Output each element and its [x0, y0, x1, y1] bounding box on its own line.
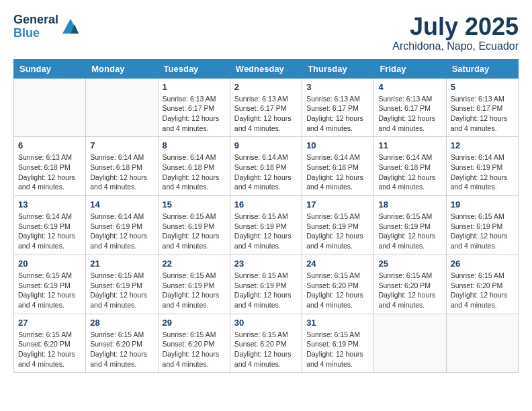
- day-info: Sunrise: 6:15 AM Sunset: 6:19 PM Dayligh…: [163, 212, 226, 251]
- calendar-cell: [14, 78, 86, 137]
- day-number: 4: [378, 82, 441, 92]
- calendar-cell: 10Sunrise: 6:14 AM Sunset: 6:18 PM Dayli…: [302, 137, 374, 196]
- calendar-cell: 27Sunrise: 6:15 AM Sunset: 6:20 PM Dayli…: [14, 314, 86, 373]
- calendar-cell: 4Sunrise: 6:13 AM Sunset: 6:17 PM Daylig…: [374, 78, 446, 137]
- day-number: 1: [163, 82, 226, 92]
- calendar-cell: 16Sunrise: 6:15 AM Sunset: 6:19 PM Dayli…: [230, 196, 302, 255]
- day-info: Sunrise: 6:15 AM Sunset: 6:19 PM Dayligh…: [234, 271, 298, 310]
- day-number: 11: [378, 140, 441, 150]
- calendar-cell: 19Sunrise: 6:15 AM Sunset: 6:19 PM Dayli…: [446, 196, 518, 255]
- day-info: Sunrise: 6:15 AM Sunset: 6:19 PM Dayligh…: [378, 212, 441, 251]
- weekday-header: Saturday: [446, 59, 518, 78]
- day-info: Sunrise: 6:13 AM Sunset: 6:17 PM Dayligh…: [163, 94, 226, 134]
- day-number: 14: [90, 199, 153, 210]
- day-number: 21: [90, 259, 153, 269]
- day-number: 7: [90, 140, 153, 150]
- day-info: Sunrise: 6:15 AM Sunset: 6:19 PM Dayligh…: [306, 212, 369, 251]
- day-number: 8: [163, 140, 226, 150]
- weekday-header: Tuesday: [158, 59, 230, 78]
- day-info: Sunrise: 6:15 AM Sunset: 6:20 PM Dayligh…: [18, 330, 81, 369]
- calendar-cell: 30Sunrise: 6:15 AM Sunset: 6:20 PM Dayli…: [230, 314, 302, 373]
- calendar-week-row: 20Sunrise: 6:15 AM Sunset: 6:19 PM Dayli…: [14, 255, 519, 314]
- day-info: Sunrise: 6:15 AM Sunset: 6:19 PM Dayligh…: [451, 212, 514, 251]
- day-info: Sunrise: 6:13 AM Sunset: 6:17 PM Dayligh…: [234, 94, 298, 134]
- calendar-cell: 20Sunrise: 6:15 AM Sunset: 6:19 PM Dayli…: [14, 255, 86, 314]
- calendar-cell: 18Sunrise: 6:15 AM Sunset: 6:19 PM Dayli…: [374, 196, 446, 255]
- day-number: 13: [18, 199, 81, 210]
- day-info: Sunrise: 6:13 AM Sunset: 6:17 PM Dayligh…: [306, 94, 369, 134]
- day-info: Sunrise: 6:15 AM Sunset: 6:19 PM Dayligh…: [90, 271, 153, 310]
- title-block: July 2025 Archidona, Napo, Ecuador: [392, 13, 519, 52]
- calendar-cell: 1Sunrise: 6:13 AM Sunset: 6:17 PM Daylig…: [158, 78, 230, 137]
- day-number: 19: [451, 199, 514, 210]
- day-info: Sunrise: 6:15 AM Sunset: 6:19 PM Dayligh…: [163, 271, 226, 310]
- calendar-cell: 2Sunrise: 6:13 AM Sunset: 6:17 PM Daylig…: [230, 78, 302, 137]
- logo-general-text: General: [13, 13, 58, 27]
- day-number: 30: [234, 318, 298, 328]
- day-info: Sunrise: 6:15 AM Sunset: 6:20 PM Dayligh…: [451, 271, 514, 310]
- weekday-header: Thursday: [302, 59, 374, 78]
- calendar-week-row: 6Sunrise: 6:13 AM Sunset: 6:18 PM Daylig…: [14, 137, 519, 196]
- logo: General Blue: [13, 13, 80, 40]
- weekday-header: Wednesday: [230, 59, 302, 78]
- calendar-week-row: 1Sunrise: 6:13 AM Sunset: 6:17 PM Daylig…: [14, 78, 519, 137]
- calendar-cell: 14Sunrise: 6:14 AM Sunset: 6:19 PM Dayli…: [86, 196, 158, 255]
- day-number: 18: [378, 199, 441, 210]
- page-header: General Blue July 2025 Archidona, Napo, …: [13, 13, 519, 52]
- calendar-cell: 25Sunrise: 6:15 AM Sunset: 6:20 PM Dayli…: [374, 255, 446, 314]
- day-info: Sunrise: 6:14 AM Sunset: 6:18 PM Dayligh…: [234, 152, 298, 192]
- day-number: 9: [234, 140, 298, 150]
- day-info: Sunrise: 6:15 AM Sunset: 6:20 PM Dayligh…: [306, 271, 369, 310]
- day-number: 15: [163, 199, 226, 210]
- calendar-week-row: 27Sunrise: 6:15 AM Sunset: 6:20 PM Dayli…: [14, 314, 519, 373]
- calendar-cell: 8Sunrise: 6:14 AM Sunset: 6:18 PM Daylig…: [158, 137, 230, 196]
- day-info: Sunrise: 6:15 AM Sunset: 6:19 PM Dayligh…: [234, 212, 298, 251]
- calendar-cell: 7Sunrise: 6:14 AM Sunset: 6:18 PM Daylig…: [86, 137, 158, 196]
- calendar-cell: 29Sunrise: 6:15 AM Sunset: 6:20 PM Dayli…: [158, 314, 230, 373]
- day-number: 31: [306, 318, 369, 328]
- day-info: Sunrise: 6:14 AM Sunset: 6:19 PM Dayligh…: [451, 152, 514, 192]
- day-number: 10: [306, 140, 369, 150]
- weekday-header: Friday: [374, 59, 446, 78]
- day-number: 2: [234, 82, 298, 92]
- weekday-row: SundayMondayTuesdayWednesdayThursdayFrid…: [14, 59, 519, 78]
- calendar-cell: 23Sunrise: 6:15 AM Sunset: 6:19 PM Dayli…: [230, 255, 302, 314]
- weekday-header: Sunday: [14, 59, 86, 78]
- day-number: 3: [306, 82, 369, 92]
- day-number: 12: [451, 140, 514, 150]
- calendar-cell: 6Sunrise: 6:13 AM Sunset: 6:18 PM Daylig…: [14, 137, 86, 196]
- day-info: Sunrise: 6:15 AM Sunset: 6:19 PM Dayligh…: [306, 330, 369, 369]
- calendar-table: SundayMondayTuesdayWednesdayThursdayFrid…: [13, 59, 519, 373]
- day-info: Sunrise: 6:15 AM Sunset: 6:20 PM Dayligh…: [90, 330, 153, 369]
- calendar-title: July 2025: [392, 13, 519, 40]
- calendar-cell: 28Sunrise: 6:15 AM Sunset: 6:20 PM Dayli…: [86, 314, 158, 373]
- calendar-cell: 24Sunrise: 6:15 AM Sunset: 6:20 PM Dayli…: [302, 255, 374, 314]
- day-number: 27: [18, 318, 81, 328]
- calendar-cell: 31Sunrise: 6:15 AM Sunset: 6:19 PM Dayli…: [302, 314, 374, 373]
- day-info: Sunrise: 6:14 AM Sunset: 6:18 PM Dayligh…: [90, 152, 153, 192]
- day-info: Sunrise: 6:14 AM Sunset: 6:18 PM Dayligh…: [378, 152, 441, 192]
- calendar-cell: 12Sunrise: 6:14 AM Sunset: 6:19 PM Dayli…: [446, 137, 518, 196]
- day-info: Sunrise: 6:15 AM Sunset: 6:20 PM Dayligh…: [234, 330, 298, 369]
- calendar-cell: [374, 314, 446, 373]
- calendar-cell: 15Sunrise: 6:15 AM Sunset: 6:19 PM Dayli…: [158, 196, 230, 255]
- day-info: Sunrise: 6:14 AM Sunset: 6:19 PM Dayligh…: [90, 212, 153, 251]
- day-info: Sunrise: 6:14 AM Sunset: 6:18 PM Dayligh…: [306, 152, 369, 192]
- calendar-cell: 5Sunrise: 6:13 AM Sunset: 6:17 PM Daylig…: [446, 78, 518, 137]
- calendar-cell: 11Sunrise: 6:14 AM Sunset: 6:18 PM Dayli…: [374, 137, 446, 196]
- day-number: 23: [234, 259, 298, 269]
- calendar-cell: [446, 314, 518, 373]
- calendar-cell: 17Sunrise: 6:15 AM Sunset: 6:19 PM Dayli…: [302, 196, 374, 255]
- day-number: 25: [378, 259, 441, 269]
- calendar-cell: 21Sunrise: 6:15 AM Sunset: 6:19 PM Dayli…: [86, 255, 158, 314]
- logo-icon: [61, 17, 80, 36]
- calendar-subtitle: Archidona, Napo, Ecuador: [392, 40, 519, 52]
- logo-blue-text: Blue: [13, 27, 58, 40]
- day-info: Sunrise: 6:14 AM Sunset: 6:19 PM Dayligh…: [18, 212, 81, 251]
- day-number: 17: [306, 199, 369, 210]
- day-info: Sunrise: 6:15 AM Sunset: 6:20 PM Dayligh…: [378, 271, 441, 310]
- day-number: 29: [163, 318, 226, 328]
- day-number: 6: [18, 140, 81, 150]
- calendar-header: SundayMondayTuesdayWednesdayThursdayFrid…: [14, 59, 519, 78]
- day-info: Sunrise: 6:15 AM Sunset: 6:19 PM Dayligh…: [18, 271, 81, 310]
